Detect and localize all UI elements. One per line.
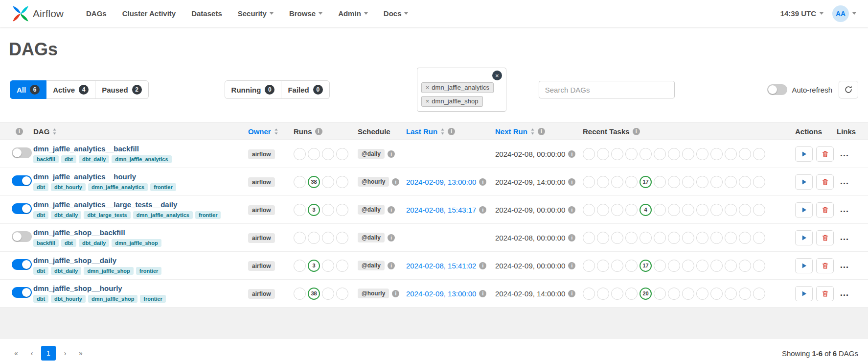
delete-dag-button[interactable] — [816, 146, 834, 162]
sort-icon[interactable] — [274, 128, 278, 135]
status-circle[interactable] — [725, 176, 737, 188]
filter-failed[interactable]: Failed 0 — [281, 80, 329, 99]
status-circle[interactable] — [294, 288, 306, 300]
dag-tag[interactable]: dbt_large_tests — [84, 211, 130, 219]
status-circle[interactable] — [725, 260, 737, 272]
nav-item-dags[interactable]: DAGs — [86, 9, 107, 18]
dag-tag[interactable]: dmn_jaffle_analytics — [88, 183, 148, 191]
dag-tag[interactable]: dbt — [33, 267, 48, 275]
status-circle[interactable] — [611, 232, 623, 244]
status-circle[interactable] — [739, 232, 751, 244]
status-circle[interactable] — [725, 148, 737, 160]
nav-item-browse[interactable]: Browse — [289, 9, 322, 18]
status-circle[interactable] — [710, 176, 723, 188]
status-circle[interactable] — [336, 204, 348, 216]
dag-pause-toggle[interactable] — [12, 287, 32, 298]
status-circle[interactable] — [336, 232, 348, 244]
status-circle[interactable] — [611, 148, 623, 160]
status-circle[interactable] — [597, 176, 609, 188]
links-menu-button[interactable] — [840, 288, 849, 298]
links-menu-button[interactable] — [840, 232, 849, 242]
status-circle[interactable] — [682, 260, 694, 272]
sort-last-run[interactable]: Last Run — [406, 127, 437, 136]
status-circle[interactable] — [753, 148, 765, 160]
dag-tag[interactable]: dbt — [33, 211, 48, 219]
status-circle-success-count[interactable]: 20 — [640, 288, 652, 300]
status-circle[interactable] — [668, 204, 680, 216]
clear-tags-button[interactable] — [492, 71, 502, 80]
sort-icon[interactable] — [440, 128, 445, 135]
status-circle[interactable] — [611, 260, 623, 272]
status-circle[interactable] — [322, 232, 334, 244]
status-circle[interactable] — [294, 260, 306, 272]
tag-filter-box[interactable]: dmn_jaffle_analytics dmn_jaffle_shop — [417, 68, 506, 112]
dag-tag[interactable]: dbt_daily — [79, 155, 109, 163]
links-menu-button[interactable] — [840, 204, 849, 214]
links-menu-button[interactable] — [840, 260, 849, 270]
status-circle[interactable] — [668, 232, 680, 244]
dag-tag[interactable]: dbt_daily — [51, 267, 81, 275]
status-circle[interactable] — [753, 260, 765, 272]
status-circle[interactable] — [696, 176, 708, 188]
tab-paused[interactable]: Paused 2 — [95, 80, 148, 99]
status-circle[interactable] — [725, 288, 737, 300]
status-circle[interactable] — [625, 288, 638, 300]
status-circle[interactable] — [583, 204, 595, 216]
status-circle[interactable] — [654, 288, 666, 300]
refresh-button[interactable] — [839, 81, 858, 98]
auto-refresh-toggle[interactable] — [767, 84, 787, 95]
nav-item-admin[interactable]: Admin — [338, 9, 368, 18]
trigger-dag-button[interactable] — [795, 146, 813, 162]
dag-pause-toggle[interactable] — [12, 259, 32, 270]
pagination-first[interactable]: « — [10, 346, 23, 361]
status-circle[interactable] — [696, 288, 708, 300]
status-circle[interactable] — [654, 204, 666, 216]
status-circle[interactable] — [654, 148, 666, 160]
status-circle[interactable] — [336, 288, 348, 300]
status-circle[interactable] — [753, 176, 765, 188]
pagination-next[interactable]: › — [59, 346, 71, 361]
status-circle[interactable] — [696, 204, 708, 216]
dag-tag[interactable]: dmn_jaffle_analytics — [133, 211, 193, 219]
status-circle[interactable] — [682, 204, 694, 216]
links-menu-button[interactable] — [840, 148, 849, 158]
status-circle[interactable] — [668, 148, 680, 160]
status-circle[interactable] — [668, 260, 680, 272]
status-circle[interactable] — [710, 288, 723, 300]
nav-item-cluster-activity[interactable]: Cluster Activity — [122, 9, 176, 18]
status-circle-success-count[interactable]: 3 — [308, 204, 320, 216]
pagination-prev[interactable]: ‹ — [25, 346, 38, 361]
last-run-link[interactable]: 2024-02-09, 13:00:00 — [406, 178, 476, 186]
status-circle[interactable] — [625, 232, 638, 244]
status-circle[interactable] — [625, 204, 638, 216]
status-circle[interactable] — [322, 288, 334, 300]
status-circle[interactable] — [710, 148, 723, 160]
dag-name-link[interactable]: dmn_jaffle_shop__daily — [33, 256, 116, 265]
status-circle[interactable] — [308, 148, 320, 160]
dag-name-link[interactable]: dmn_jaffle_analytics__backfill — [33, 145, 139, 153]
status-circle-success-count[interactable]: 38 — [308, 288, 320, 300]
dag-tag[interactable]: dbt — [33, 295, 48, 303]
status-circle[interactable] — [640, 148, 652, 160]
nav-item-datasets[interactable]: Datasets — [191, 9, 222, 18]
dag-tag[interactable]: dbt_hourly — [51, 295, 86, 303]
dag-pause-toggle[interactable] — [12, 203, 32, 214]
delete-dag-button[interactable] — [816, 258, 834, 273]
clock-menu[interactable]: 14:39 UTC — [780, 9, 823, 18]
status-circle[interactable] — [611, 288, 623, 300]
dag-tag[interactable]: dbt — [61, 239, 76, 247]
status-circle[interactable] — [336, 148, 348, 160]
pagination-page-1[interactable]: 1 — [41, 346, 56, 361]
status-circle[interactable] — [294, 204, 306, 216]
status-circle[interactable] — [611, 176, 623, 188]
status-circle[interactable] — [336, 176, 348, 188]
filter-running[interactable]: Running 0 — [225, 80, 282, 99]
sort-owner[interactable]: Owner — [248, 127, 271, 136]
status-circle[interactable] — [739, 148, 751, 160]
status-circle[interactable] — [294, 232, 306, 244]
remove-tag-icon[interactable] — [426, 84, 430, 91]
status-circle[interactable] — [583, 232, 595, 244]
status-circle[interactable] — [682, 148, 694, 160]
status-circle[interactable] — [597, 288, 609, 300]
dag-tag[interactable]: frontier — [136, 267, 162, 275]
